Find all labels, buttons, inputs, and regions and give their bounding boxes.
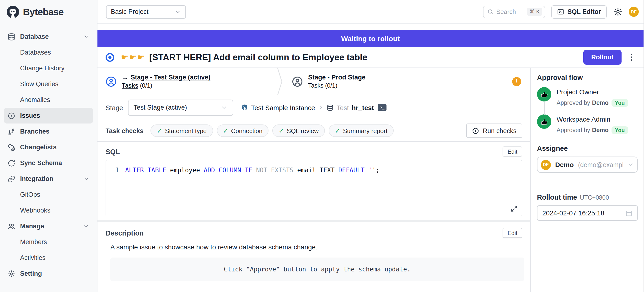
you-badge: You (612, 126, 628, 134)
chevron-right-icon (318, 104, 324, 111)
stage-card-test[interactable]: → Stage - Test Stage (active) Tasks (0/1… (98, 68, 280, 95)
issue-title: [START HERE] Add email column to Employe… (149, 52, 368, 62)
chevron-down-icon (174, 8, 181, 15)
user-avatar[interactable]: DE (629, 7, 639, 17)
sidebar-label: Sync Schema (20, 160, 62, 167)
sidebar-item-database[interactable]: Database (4, 29, 93, 45)
chevron-down-icon (83, 223, 89, 229)
issue-body: → Stage - Test Stage (active) Tasks (0/1… (98, 68, 644, 292)
sidebar-label: Slow Queries (20, 80, 58, 88)
sidebar-item-databases[interactable]: Databases (4, 45, 93, 60)
chevron-down-icon (627, 161, 634, 168)
thumbs-up-icon (537, 114, 551, 129)
stage-select-value: Test Stage (active) (134, 104, 220, 111)
pencil-ruler-icon (8, 143, 15, 151)
sidebar-label: Issues (20, 112, 40, 119)
description-edit-button[interactable]: Edit (503, 228, 522, 238)
sidebar-item-activities[interactable]: Activities (4, 250, 93, 266)
section-divider (98, 220, 530, 222)
search-input[interactable]: Search ⌘ K (483, 6, 545, 18)
sidebar-item-branches[interactable]: Branches (4, 123, 93, 139)
task-checks-label: Task checks (106, 127, 144, 134)
sidebar-item-integration[interactable]: Integration (4, 171, 93, 187)
check-pill-connection[interactable]: ✓ Connection (217, 124, 268, 137)
sql-editor-button[interactable]: SQL Editor (551, 5, 607, 19)
postgresql-icon (240, 104, 248, 111)
issue-title-row: ☛☛☛ [START HERE] Add email column to Emp… (98, 47, 644, 68)
right-panel: Approval flow Project Owner Approved by … (530, 68, 644, 292)
sidebar-item-gitops[interactable]: GitOps (4, 187, 93, 203)
run-checks-button[interactable]: Run checks (466, 123, 522, 138)
environment-name: Test (336, 104, 349, 111)
sidebar-item-slow-queries[interactable]: Slow Queries (4, 76, 93, 92)
approval-status: Approved by Demo You (556, 99, 628, 107)
status-banner-text: Waiting to rollout (341, 34, 400, 42)
sidebar-item-sync-schema[interactable]: Sync Schema (4, 155, 93, 171)
assignee-email: (demo@example (578, 161, 623, 168)
sidebar-item-anomalies[interactable]: Anomalies (4, 92, 93, 108)
sidebar-label: Webhooks (20, 207, 50, 214)
issue-status-icon (105, 52, 115, 62)
brand-logo[interactable]: Bytebase (0, 0, 97, 24)
rollout-time-head: Rollout time UTC+0800 (537, 193, 638, 201)
check-pill-statement-type[interactable]: ✓ Statement type (151, 124, 213, 137)
sql-heading: SQL (106, 148, 120, 155)
sidebar-nav: Database Databases Change History Slow Q… (0, 24, 97, 281)
stage-label: Stage (106, 104, 123, 111)
sql-code-block[interactable]: 1 ALTER TABLE employee ADD COLUMN IF NOT… (106, 160, 522, 216)
settings-gear-icon[interactable] (614, 7, 622, 16)
stage-card-prod[interactable]: Stage - Prod Stage Tasks (0/1) ! (280, 68, 530, 95)
description-text: A sample issue to showcase how to review… (110, 243, 522, 251)
sidebar-label: Change History (20, 65, 64, 72)
sql-edit-button[interactable]: Edit (503, 147, 522, 157)
sidebar-label: Integration (20, 175, 54, 182)
link-icon (8, 175, 15, 183)
sidebar-label: Setting (20, 270, 42, 277)
sidebar-label: Members (20, 238, 47, 246)
center-panel: → Stage - Test Stage (active) Tasks (0/1… (98, 68, 530, 292)
open-sql-editor-icon[interactable]: >_ (378, 104, 386, 111)
sidebar-item-manage[interactable]: Manage (4, 218, 93, 234)
assignee-name: Demo (555, 161, 574, 169)
assignee-select[interactable]: DE Demo (demo@example (537, 157, 638, 173)
chevron-down-icon (83, 34, 89, 40)
sidebar: Bytebase Database Databases Change Histo… (0, 0, 98, 292)
instance-name[interactable]: Test Sample Instance (251, 104, 315, 111)
rollout-button[interactable]: Rollout (583, 50, 622, 65)
stage-strip: → Stage - Test Stage (active) Tasks (0/1… (98, 68, 530, 95)
search-icon (487, 9, 493, 15)
rollout-time-value: 2024-02-07 16:25:18 (542, 209, 625, 217)
check-pill-summary-report[interactable]: ✓ Summary report (329, 124, 394, 137)
sidebar-item-setting[interactable]: Setting (4, 266, 93, 281)
sidebar-item-webhooks[interactable]: Webhooks (4, 203, 93, 218)
assignee-heading: Assignee (537, 144, 638, 152)
person-circle-icon (292, 76, 303, 87)
users-icon (8, 222, 15, 230)
active-stage-arrow: → (122, 74, 128, 81)
sidebar-item-change-history[interactable]: Change History (4, 60, 93, 76)
database-name[interactable]: hr_test (352, 104, 374, 111)
sql-statement: ALTER TABLE employee ADD COLUMN IF NOT E… (125, 167, 380, 174)
person-circle-icon (106, 76, 116, 87)
pointer-emojis: ☛☛☛ (121, 52, 146, 62)
check-pill-sql-review[interactable]: ✓ SQL review (272, 124, 325, 137)
issues-icon (8, 112, 15, 119)
thumbs-up-icon (537, 87, 551, 101)
expand-icon[interactable] (511, 205, 518, 212)
sidebar-item-issues[interactable]: Issues (4, 108, 93, 123)
stage-tasks-link[interactable]: Tasks (0/1) (122, 82, 210, 89)
sidebar-item-changelists[interactable]: Changelists (4, 139, 93, 155)
bytebase-logo-icon (6, 5, 20, 19)
description-section-head: Description Edit (98, 228, 530, 238)
stage-select-dropdown[interactable]: Test Stage (active) (128, 99, 233, 116)
approval-role: Workspace Admin (556, 115, 628, 123)
approval-status: Approved by Demo You (556, 126, 628, 134)
sidebar-label: Databases (20, 49, 51, 56)
stage-texts: → Stage - Test Stage (active) Tasks (0/1… (122, 74, 210, 89)
kebab-menu-icon[interactable] (629, 52, 634, 62)
project-selector[interactable]: Basic Project (106, 5, 186, 19)
sidebar-item-members[interactable]: Members (4, 234, 93, 250)
stage-name-active[interactable]: → Stage - Test Stage (active) (122, 74, 210, 81)
rollout-time-input[interactable]: 2024-02-07 16:25:18 (537, 205, 638, 221)
stage-alert-badge: ! (512, 77, 521, 86)
